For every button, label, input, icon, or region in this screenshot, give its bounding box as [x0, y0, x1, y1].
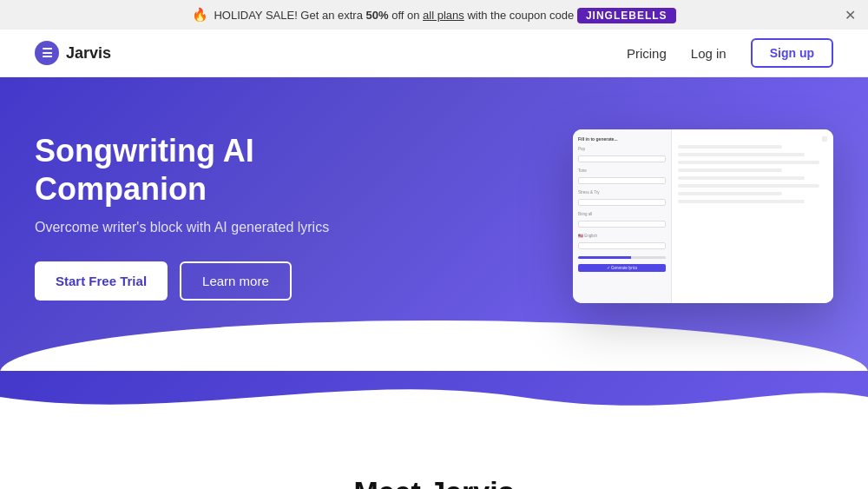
mockup-title: Fill in to generate... — [578, 136, 666, 142]
mockup-lyric-2 — [678, 153, 805, 156]
wave-divider — [0, 371, 868, 423]
mockup-close-row — [678, 136, 827, 142]
nav-links: Pricing Log in Sign up — [627, 38, 833, 68]
mockup-slider-row — [578, 256, 666, 259]
mockup-right-panel — [672, 129, 833, 303]
mockup-generate-button: ✓ Generate lyrics — [578, 264, 666, 272]
logo-icon: ☰ — [35, 41, 59, 65]
hero-subtitle: Overcome writer's block with AI generate… — [35, 220, 382, 235]
navbar: ☰ Jarvis Pricing Log in Sign up — [0, 30, 868, 77]
mockup-lyric-6 — [678, 184, 819, 188]
mockup-close-icon — [822, 136, 827, 142]
mockup-field-2 — [578, 177, 666, 184]
logo[interactable]: ☰ Jarvis — [35, 41, 111, 65]
announcement-bar: 🔥 HOLIDAY SALE! Get an extra 50% off on … — [0, 0, 868, 30]
mockup-field-1 — [578, 155, 666, 162]
mockup-field-label-5: 🇺🇸 English — [578, 234, 666, 238]
hero-buttons: Start Free Trial Learn more — [35, 261, 382, 301]
hero-title: Songwriting AI Companion — [35, 132, 382, 207]
mockup-lyric-1 — [678, 145, 782, 149]
hero-left: Songwriting AI Companion Overcome writer… — [35, 132, 382, 300]
pricing-link[interactable]: Pricing — [627, 46, 667, 61]
all-plans-link[interactable]: all plans — [423, 9, 464, 22]
coupon-badge: JINGLEBELLS — [577, 8, 676, 23]
mockup-field-label-3: Stress & Try — [578, 190, 666, 195]
mockup-lyric-7 — [678, 192, 782, 195]
logo-text: Jarvis — [66, 44, 111, 63]
mockup-field-5 — [578, 242, 666, 249]
app-mockup: Fill in to generate... Pop Tone Stress &… — [573, 129, 833, 303]
mockup-field-label-2: Tone — [578, 169, 666, 173]
meet-jarvis-title: Meet Jarvis — [35, 475, 833, 489]
mockup-lyric-3 — [678, 161, 819, 164]
mockup-field-3 — [578, 199, 666, 206]
fire-emoji-icon: 🔥 — [192, 7, 208, 23]
login-link[interactable]: Log in — [691, 46, 727, 61]
mockup-lyric-8 — [678, 200, 805, 203]
mockup-field-label-1: Pop — [578, 147, 666, 151]
mockup-field-label-4: Bring all — [578, 212, 666, 216]
hero-section: Songwriting AI Companion Overcome writer… — [0, 77, 868, 373]
mockup-left-panel: Fill in to generate... Pop Tone Stress &… — [573, 129, 672, 303]
announcement-text: HOLIDAY SALE! Get an extra 50% off on al… — [214, 9, 675, 22]
signup-button[interactable]: Sign up — [751, 38, 833, 68]
mockup-slider — [578, 256, 666, 259]
learn-more-button[interactable]: Learn more — [180, 261, 292, 301]
meet-jarvis-section: Meet Jarvis Don't rely on the muses. Boo… — [0, 423, 868, 489]
mockup-lyric-4 — [678, 169, 782, 172]
announcement-close-button[interactable]: ✕ — [845, 7, 856, 23]
hero-right: Fill in to generate... Pop Tone Stress &… — [573, 129, 833, 303]
mockup-lyric-5 — [678, 176, 805, 180]
start-free-trial-button[interactable]: Start Free Trial — [35, 261, 168, 301]
mockup-field-4 — [578, 221, 666, 228]
